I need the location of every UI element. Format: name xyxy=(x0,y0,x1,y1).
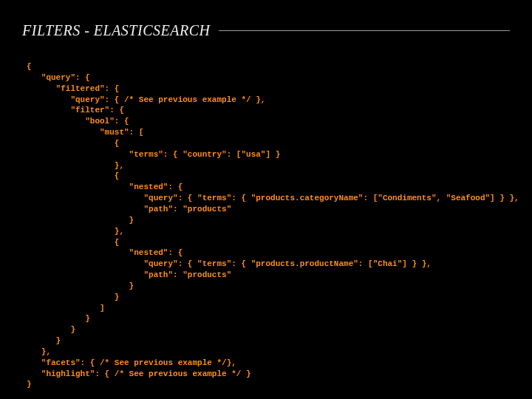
title-divider xyxy=(219,30,510,31)
code-block: { "query": { "filtered": { "query": { /*… xyxy=(27,61,510,390)
title-row: FILTERS - ELASTICSEARCH xyxy=(22,22,510,39)
slide-title: FILTERS - ELASTICSEARCH xyxy=(22,22,210,39)
slide: FILTERS - ELASTICSEARCH { "query": { "fi… xyxy=(0,0,532,399)
